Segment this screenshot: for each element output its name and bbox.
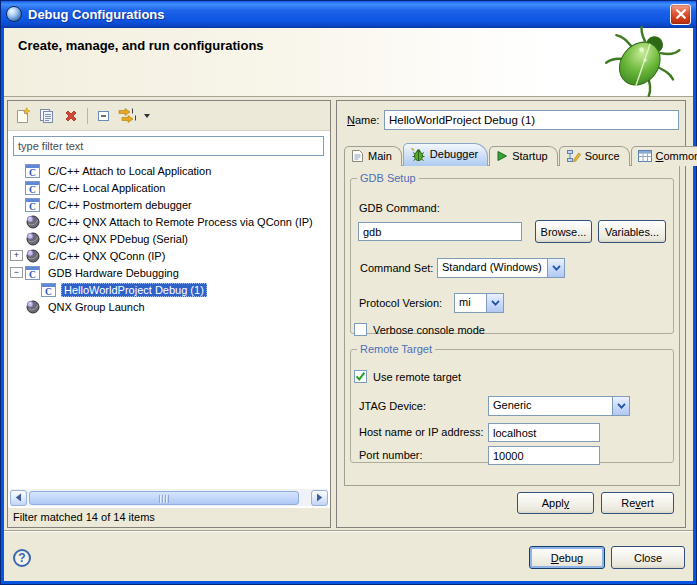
qnx-icon <box>25 299 41 314</box>
startup-tab-icon <box>496 150 508 162</box>
tab-debugger[interactable]: Debugger <box>403 143 488 166</box>
port-number-input[interactable] <box>488 446 600 465</box>
tab-bar: MainDebuggerStartupSourceCommon <box>344 143 678 166</box>
menu-caret-icon <box>143 113 151 119</box>
new-configuration-button[interactable] <box>12 105 34 127</box>
delete-configuration-button[interactable] <box>60 105 82 127</box>
duplicate-configuration-button[interactable] <box>36 105 58 127</box>
tab-main[interactable]: Main <box>344 146 402 166</box>
collapse-all-button[interactable] <box>93 105 115 127</box>
configurations-tree: CC/C++ Attach to Local ApplicationCC/C++… <box>8 162 330 315</box>
apply-button[interactable]: Apply <box>517 492 594 514</box>
tab-common[interactable]: Common <box>631 146 697 166</box>
tree-item-label: QNX Group Launch <box>45 300 148 314</box>
scrollbar-thumb[interactable] <box>29 491 299 505</box>
filter-menu-button[interactable] <box>141 105 153 127</box>
scroll-left-button[interactable] <box>10 490 27 506</box>
scrollbar-track[interactable] <box>28 490 310 506</box>
tree-item[interactable]: CHelloWorldProject Debug (1) <box>8 281 330 298</box>
horizontal-scrollbar[interactable] <box>10 489 328 506</box>
tree-item-label: C/C++ Local Application <box>45 181 168 195</box>
tree-item[interactable]: C/C++ QNX Attach to Remote Process via Q… <box>8 213 330 230</box>
configurations-panel: CC/C++ Attach to Local ApplicationCC/C++… <box>7 100 331 528</box>
remote-target-group: Remote Target Use remote target JTAG Dev… <box>350 343 674 463</box>
port-number-label: Port number: <box>359 449 423 461</box>
filter-input[interactable] <box>13 136 324 156</box>
app-icon <box>6 6 22 22</box>
expander-spacer <box>26 284 39 295</box>
debugger-tab-icon <box>410 147 426 162</box>
configurations-toolbar <box>8 101 330 130</box>
tree-item[interactable]: CC/C++ Postmortem debugger <box>8 196 330 213</box>
scroll-right-button[interactable] <box>311 490 328 506</box>
page-title: Create, manage, and run configurations <box>18 38 264 53</box>
filter-configurations-button[interactable] <box>117 105 139 127</box>
c-app-icon: C <box>25 265 41 280</box>
help-icon[interactable]: ? <box>13 549 31 567</box>
protocol-version-label: Protocol Version: <box>359 297 442 309</box>
tree-item[interactable]: C/C++ QNX PDebug (Serial) <box>8 230 330 247</box>
jtag-device-select[interactable]: Generic <box>488 396 630 416</box>
tree-item-label: C/C++ Attach to Local Application <box>45 164 214 178</box>
gdb-command-input[interactable] <box>358 222 522 241</box>
browse-button[interactable]: Browse... <box>535 220 592 243</box>
revert-button[interactable]: Revert <box>601 492 674 514</box>
command-set-select[interactable]: Standard (Windows) <box>437 258 565 278</box>
tree-area: CC/C++ Attach to Local ApplicationCC/C++… <box>8 130 330 508</box>
expand-plus-icon[interactable]: + <box>10 250 23 261</box>
variables-button[interactable]: Variables... <box>598 220 666 243</box>
tab-label: Main <box>368 150 392 162</box>
gdb-command-label: GDB Command: <box>359 202 440 214</box>
window-title: Debug Configurations <box>28 7 664 22</box>
main-tab-icon <box>351 149 364 163</box>
configuration-detail-panel: Name: MainDebuggerStartupSourceCommon GD… <box>336 100 686 528</box>
verbose-console-checkbox[interactable]: Verbose console mode <box>354 323 485 336</box>
tab-label: Common <box>656 150 697 162</box>
name-input[interactable] <box>384 110 679 130</box>
expander-spacer <box>10 233 23 244</box>
expander-spacer <box>10 216 23 227</box>
remote-target-title: Remote Target <box>357 343 435 355</box>
jtag-device-label: JTAG Device: <box>359 400 426 412</box>
tree-item-label: C/C++ QNX Attach to Remote Process via Q… <box>45 215 316 229</box>
expander-spacer <box>10 301 23 312</box>
tab-source[interactable]: Source <box>559 146 630 166</box>
c-app-icon: C <box>25 163 41 178</box>
use-remote-target-checkbox[interactable]: Use remote target <box>354 370 461 383</box>
header-banner: Create, manage, and run configurations <box>4 28 693 97</box>
tab-startup[interactable]: Startup <box>489 146 557 166</box>
host-input[interactable] <box>488 423 600 442</box>
checkbox-unchecked-icon <box>354 323 367 336</box>
svg-text:C: C <box>29 168 36 178</box>
title-bar[interactable]: Debug Configurations <box>0 0 697 28</box>
chevron-down-icon[interactable] <box>612 397 629 415</box>
checkbox-checked-icon <box>354 370 367 383</box>
tree-item[interactable]: QNX Group Launch <box>8 298 330 315</box>
tree-item[interactable]: +C/C++ QNX QConn (IP) <box>8 247 330 264</box>
svg-text:C: C <box>45 287 52 297</box>
new-config-icon <box>14 107 32 125</box>
expander-spacer <box>10 182 23 193</box>
gdb-setup-group: GDB Setup GDB Command: Browse... Variabl… <box>350 172 674 334</box>
tree-item[interactable]: −CGDB Hardware Debugging <box>8 264 330 281</box>
close-icon[interactable] <box>670 4 691 25</box>
chevron-down-icon[interactable] <box>486 294 503 312</box>
use-remote-target-label: Use remote target <box>373 371 461 383</box>
filter-status: Filter matched 14 of 14 items <box>8 508 330 527</box>
close-button[interactable]: Close <box>611 546 685 569</box>
protocol-version-select[interactable]: mi <box>454 293 504 313</box>
c-app-icon: C <box>25 180 41 195</box>
common-tab-icon <box>638 150 652 162</box>
source-tab-icon <box>566 149 581 163</box>
dialog-body: CC/C++ Attach to Local ApplicationCC/C++… <box>4 97 693 581</box>
protocol-version-value: mi <box>455 294 486 312</box>
tree-item-label: GDB Hardware Debugging <box>45 266 182 280</box>
chevron-down-icon[interactable] <box>547 259 564 277</box>
tree-item[interactable]: CC/C++ Attach to Local Application <box>8 162 330 179</box>
collapse-minus-icon[interactable]: − <box>10 267 23 278</box>
debug-button[interactable]: Debug <box>529 546 605 569</box>
footer-divider <box>4 530 693 531</box>
tree-item[interactable]: CC/C++ Local Application <box>8 179 330 196</box>
tree-item-label: HelloWorldProject Debug (1) <box>61 283 207 297</box>
debugger-tab-content: GDB Setup GDB Command: Browse... Variabl… <box>344 165 680 486</box>
